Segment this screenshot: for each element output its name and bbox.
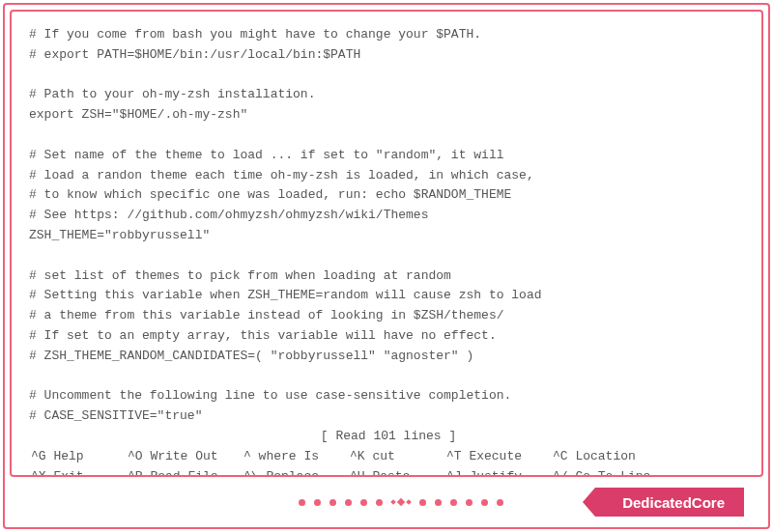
shortcut-where-is[interactable]: ^ where Is bbox=[243, 447, 350, 467]
shortcut-bar: ^G Help^O Write Out^ where Is^K cut^T Ex… bbox=[31, 447, 748, 477]
shortcut-exit[interactable]: ^X Exit bbox=[31, 467, 128, 477]
terminal-window: # If you come from bash you might have t… bbox=[10, 10, 763, 477]
diamond-icon bbox=[391, 499, 411, 505]
shortcut-execute[interactable]: ^T Execute bbox=[446, 447, 553, 467]
footer-bar: DedicatedCore bbox=[58, 488, 744, 517]
file-content[interactable]: # If you come from bash you might have t… bbox=[29, 25, 748, 427]
shortcut-read-file[interactable]: ^R Read File bbox=[128, 467, 243, 477]
shortcut-justify[interactable]: ^J Justify bbox=[446, 467, 553, 477]
shortcut-cut[interactable]: ^K cut bbox=[350, 447, 446, 467]
brand-ribbon: DedicatedCore bbox=[595, 488, 744, 517]
shortcut-write-out[interactable]: ^O Write Out bbox=[128, 447, 243, 467]
shortcut-go-to-line[interactable]: ^/ Go To Line bbox=[553, 467, 669, 477]
shortcut-replace[interactable]: ^\ Replace bbox=[243, 467, 350, 477]
shortcut-location[interactable]: ^C Location bbox=[553, 447, 669, 467]
shortcut-paste[interactable]: ^U Paste bbox=[350, 467, 446, 477]
shortcut-help[interactable]: ^G Help bbox=[31, 447, 128, 467]
brand-label: DedicatedCore bbox=[622, 494, 725, 511]
status-line: [ Read 101 lines ] bbox=[29, 427, 748, 447]
